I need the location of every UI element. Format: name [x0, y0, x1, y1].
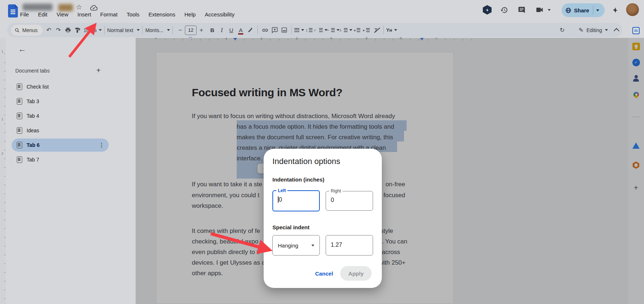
bulleted-list-button[interactable]: •	[327, 25, 340, 35]
extension-yh-button[interactable]: Yн	[386, 25, 397, 35]
sidebar-item-tab-4[interactable]: Tab 4	[12, 109, 109, 122]
maps-icon[interactable]	[632, 90, 640, 98]
numbered-list-button[interactable]: 1	[340, 25, 352, 35]
font-size-decrease[interactable]: −	[175, 25, 185, 35]
contacts-icon[interactable]	[632, 74, 640, 82]
menu-format[interactable]: Format	[100, 11, 118, 17]
sidebar-item-check-list[interactable]: Check list	[12, 80, 109, 93]
keep-icon[interactable]	[632, 42, 640, 50]
sidebar-item-tab-3[interactable]: Tab 3	[12, 95, 109, 108]
decrease-indent-button[interactable]: ◂	[352, 25, 362, 35]
print-button[interactable]	[63, 25, 73, 35]
menus-search-button[interactable]: Menus	[11, 25, 43, 36]
add-comment-button[interactable]	[270, 25, 279, 35]
clear-formatting-button[interactable]: T	[371, 25, 381, 35]
sidebar-item-ideas[interactable]: Ideas	[12, 124, 109, 137]
sidebar-item-tab-7[interactable]: Tab 7	[12, 153, 109, 166]
menu-edit[interactable]: Edit	[38, 11, 47, 17]
cloud-saved-icon[interactable]	[90, 5, 98, 11]
checklist-button[interactable]: ✓	[314, 25, 327, 35]
share-button[interactable]: Share	[562, 3, 605, 17]
doc-tab-icon	[17, 83, 22, 90]
hexagon-addon-icon[interactable]	[632, 161, 640, 169]
align-button[interactable]	[294, 25, 304, 35]
doc-text-fragment: with 250+	[379, 257, 406, 268]
font-family-value: Monts...	[145, 27, 163, 33]
atlassian-addon-icon[interactable]	[632, 141, 640, 149]
font-size-increase[interactable]: +	[197, 25, 206, 35]
underline-button[interactable]: U	[226, 25, 236, 35]
font-family-select[interactable]: Monts...	[145, 25, 170, 35]
right-field-value: 0	[331, 197, 334, 203]
special-indent-dropdown[interactable]: Hanging	[272, 235, 320, 256]
comment-add-icon	[272, 27, 278, 33]
pencil-icon: ✎	[579, 27, 583, 34]
paragraph-style-select[interactable]: Normal text	[107, 25, 140, 35]
doc-text-line-selected: has a focus mode option. It hides the fo…	[237, 121, 394, 132]
comments-icon[interactable]	[517, 5, 526, 15]
text-color-button[interactable]: A	[236, 25, 245, 35]
editing-mode-select[interactable]: ✎ Editing	[579, 27, 608, 34]
indent-left-input[interactable]: Left 0	[272, 190, 320, 211]
menu-help[interactable]: Help	[185, 11, 196, 17]
vertical-ruler[interactable]: 1 1 2	[0, 38, 6, 304]
menu-view[interactable]: View	[57, 11, 68, 17]
menu-extensions[interactable]: Extensions	[148, 11, 175, 17]
menu-insert[interactable]: Insert	[77, 11, 91, 17]
menu-tools[interactable]: Tools	[127, 11, 139, 17]
docs-logo-icon[interactable]	[8, 4, 18, 17]
paint-format-button[interactable]	[73, 25, 82, 35]
hanging-indent-marker[interactable]	[233, 38, 237, 40]
italic-button[interactable]: I	[217, 25, 226, 35]
account-avatar[interactable]	[626, 3, 639, 16]
special-indent-value: Hanging	[278, 242, 298, 249]
special-indent-amount-input[interactable]: 1.27	[326, 235, 373, 256]
doc-text-fragment: focused	[383, 190, 405, 200]
collapse-toolbar-chevron[interactable]	[614, 28, 620, 34]
sparkle-icon[interactable]	[610, 5, 620, 15]
tasks-icon[interactable]: ✓	[632, 58, 640, 66]
undo-button[interactable]: ↶	[44, 25, 54, 35]
font-size-input[interactable]: 12	[185, 26, 197, 35]
paragraph-style-value: Normal text	[107, 27, 133, 33]
insert-link-button[interactable]	[260, 25, 270, 35]
share-dropdown-chevron[interactable]	[596, 9, 599, 11]
cancel-button[interactable]: Cancel	[315, 270, 333, 277]
doc-tab-icon	[17, 98, 22, 105]
star-icon[interactable]: ☆	[76, 3, 82, 11]
rail-divider	[632, 117, 640, 117]
highlight-color-button[interactable]	[245, 25, 255, 35]
doc-tab-icon	[17, 127, 22, 134]
meet-dropdown-chevron[interactable]	[548, 9, 551, 11]
gemini-icon[interactable]	[482, 5, 492, 15]
activity-refresh-icon[interactable]: ↻	[558, 25, 567, 35]
document-title-redacted[interactable]	[23, 4, 53, 11]
doc-text-line: environment, you could t	[192, 190, 259, 200]
globe-icon	[565, 7, 571, 13]
version-history-icon[interactable]	[499, 5, 509, 15]
close-panel-back-arrow[interactable]: ←	[18, 44, 26, 54]
bold-button[interactable]: B	[207, 25, 217, 35]
insert-image-button[interactable]	[279, 25, 289, 35]
right-indent-marker[interactable]	[420, 38, 424, 40]
redo-button[interactable]: ↷	[54, 25, 63, 35]
get-addons-plus-icon[interactable]: +	[632, 184, 640, 192]
left-field-value: 0	[279, 196, 282, 203]
dialog-title: Indentation options	[272, 157, 340, 166]
align-icon	[294, 28, 299, 32]
indent-right-input[interactable]: Right 0	[326, 191, 373, 211]
search-icon	[15, 28, 20, 33]
add-tab-button[interactable]: +	[96, 66, 101, 75]
doc-text-line: If you want to focus on writing without …	[192, 111, 395, 121]
document-tabs-title: Document tabs	[15, 68, 50, 74]
calendar-icon[interactable]: 31	[632, 27, 640, 35]
line-spacing-button[interactable]: ↕	[304, 25, 314, 35]
menu-file[interactable]: File	[20, 11, 29, 17]
menu-accessibility[interactable]: Accessibility	[205, 11, 235, 17]
sidebar-item-tab-6-selected[interactable]: Tab 6 ⋮	[12, 139, 109, 152]
tab-options-kebab-icon[interactable]: ⋮	[99, 142, 104, 148]
apply-button-disabled[interactable]: Apply	[340, 266, 372, 281]
increase-indent-button[interactable]: ▸	[362, 25, 371, 35]
zoom-select[interactable]: 100%	[84, 25, 102, 35]
meet-camera-icon[interactable]	[535, 5, 544, 15]
